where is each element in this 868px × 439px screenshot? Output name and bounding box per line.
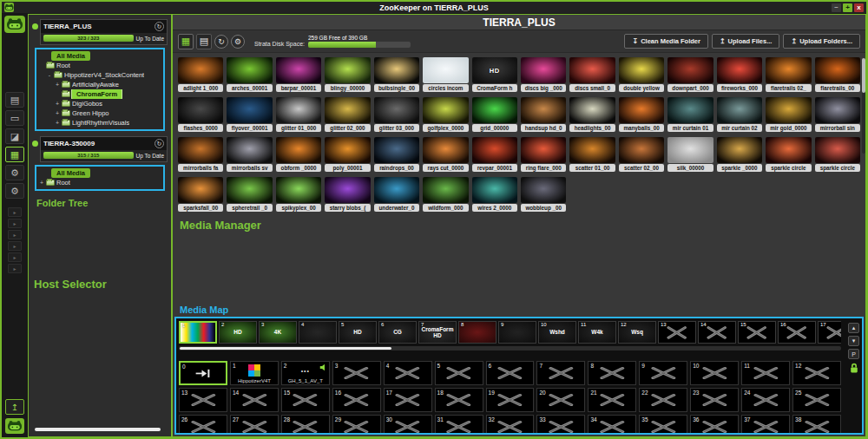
media-item[interactable]: discs small_0 <box>569 57 615 92</box>
media-item[interactable]: discs big _000 <box>521 57 566 92</box>
media-item[interactable]: flaretrails 02_ <box>766 57 811 92</box>
media-map-cell[interactable]: 16 <box>332 388 381 412</box>
media-scrollbar[interactable] <box>862 58 865 154</box>
media-map-bank-slot[interactable]: 12 Wsq <box>618 321 656 344</box>
media-item[interactable]: obform _0000 <box>276 137 321 172</box>
media-map-cell[interactable]: 0 <box>179 361 227 385</box>
refresh-icon[interactable]: ↻ <box>155 139 164 148</box>
media-item[interactable]: ring flare_000 <box>521 137 566 172</box>
tree-item[interactable]: + DigiGobos <box>37 99 162 108</box>
media-map-cell[interactable]: 18 <box>435 388 483 412</box>
host-card[interactable]: TIERRA_PLUS ↻ 323 / 323 Up To Date <box>40 19 168 45</box>
media-item[interactable]: mirrorball sin <box>815 97 860 132</box>
media-map-cell[interactable]: 7 <box>536 361 585 385</box>
media-item[interactable]: fireworks_000 <box>717 57 762 92</box>
tree-item[interactable]: + ArtificiallyAwake <box>37 80 162 89</box>
media-map-cell[interactable]: 24 <box>741 388 790 412</box>
media-map-cell[interactable]: 1 HippotizerV4T <box>230 361 279 385</box>
tree-item[interactable]: + LightRhythmVisuals <box>37 118 162 128</box>
media-item[interactable]: circles incom <box>423 57 468 92</box>
media-map-cell[interactable]: 21 <box>588 388 636 412</box>
media-item[interactable]: raindrops_00 <box>374 137 419 172</box>
media-map-bank-slot[interactable]: 7 CromaForm HD <box>418 321 457 344</box>
media-map-cell[interactable]: 9 <box>639 361 687 385</box>
pin-slot-3[interactable]: ▸ <box>8 230 22 239</box>
media-item[interactable]: adlight 1_000 <box>178 57 223 92</box>
media-map-cell[interactable]: 12 <box>792 361 841 385</box>
media-map-cell[interactable]: 6 <box>486 361 535 385</box>
media-map-cell[interactable]: 8 <box>588 361 636 385</box>
lock-icon[interactable] <box>849 362 859 373</box>
tree-item[interactable]: - HippotizerV4_StockContent <box>37 70 162 80</box>
tree-expander[interactable]: - <box>47 72 52 78</box>
media-item[interactable]: spheretrail _0 <box>227 177 272 212</box>
media-map-cell[interactable]: 28 <box>281 415 330 435</box>
upload-folders-button[interactable]: ↥Upload Folders... <box>783 34 860 49</box>
media-map-bank-slot[interactable]: 1 <box>179 321 217 344</box>
media-item[interactable]: flaretrails_00 <box>815 57 860 92</box>
refresh-media-button[interactable]: ↻ <box>214 35 228 49</box>
media-map-bank-slot[interactable]: 10 Wshd <box>538 321 576 344</box>
media-item[interactable]: scatter 01_00 <box>569 137 615 172</box>
tree-item[interactable]: + Green Hippo <box>37 108 162 118</box>
tree-item[interactable]: ChromaForm <box>37 89 162 99</box>
bank-scroll-up-button[interactable]: ▴ <box>848 323 859 333</box>
titlebar[interactable]: ZooKeeper on TIERRA_PLUS − + x <box>2 2 866 14</box>
tags-icon[interactable]: ◪ <box>5 128 24 144</box>
pin-slot-5[interactable]: ▸ <box>8 252 22 262</box>
pin-slot-4[interactable]: ▸ <box>8 241 22 251</box>
media-item[interactable]: starry blobs_( <box>325 177 370 212</box>
maximize-button[interactable]: + <box>843 3 852 12</box>
media-map-bank-slot[interactable]: 14 <box>698 321 736 344</box>
media-map-bank-slot[interactable]: 5 HD <box>339 321 377 344</box>
media-item[interactable]: revpar_00001 <box>472 137 517 172</box>
media-map-bank-slot[interactable]: 17 <box>818 321 841 344</box>
media-map-cell[interactable]: 4 <box>384 361 432 385</box>
clean-media-folder-button[interactable]: ↧Clean Media Folder <box>624 34 707 49</box>
output-config-icon[interactable]: ↥ <box>5 399 24 415</box>
close-button[interactable]: x <box>854 3 864 12</box>
media-item[interactable]: mir gold_0000 <box>766 97 811 132</box>
media-item[interactable]: mir curtain 01 <box>667 97 713 132</box>
media-map-cell[interactable]: 5 <box>435 361 483 385</box>
media-item[interactable]: grid_00000 <box>472 97 517 132</box>
tree-expander[interactable]: + <box>55 110 60 116</box>
media-item[interactable]: mirrorballs sv <box>227 137 272 172</box>
media-map-bank-slot[interactable]: 15 <box>738 321 776 344</box>
viewports-icon[interactable]: ▭ <box>5 110 24 126</box>
media-manager-icon[interactable]: ▦ <box>5 147 24 162</box>
media-item[interactable]: flyover_00001 <box>227 97 272 132</box>
refresh-icon[interactable]: ↻ <box>155 22 164 31</box>
media-map-cell[interactable]: 11 <box>741 361 790 385</box>
media-item[interactable]: glitter 01_000 <box>276 97 321 132</box>
media-map-bank-slot[interactable]: 13 <box>658 321 696 344</box>
media-item[interactable]: scatter 02_00 <box>619 137 664 172</box>
media-map-cell[interactable]: 37 <box>741 415 790 435</box>
media-item[interactable]: wires 2_0000 <box>472 177 517 212</box>
bank-scrollbar[interactable] <box>179 346 841 351</box>
tree-expander[interactable]: + <box>39 180 44 186</box>
media-map-bank-slot[interactable]: 6 CG <box>378 321 417 344</box>
media-map-bank-slot[interactable]: 8 <box>458 321 496 344</box>
media-map-cell[interactable]: 23 <box>690 388 739 412</box>
pin-slot-1[interactable]: ▸ <box>8 207 22 217</box>
media-map-cell[interactable]: 17 <box>384 388 432 412</box>
hippo-logo-icon[interactable] <box>4 16 25 33</box>
strata-icon[interactable]: ▤ <box>5 92 24 108</box>
media-item[interactable]: double yellow <box>619 57 664 92</box>
media-item[interactable]: sparkle circle <box>815 137 860 172</box>
host-card[interactable]: TIERRA-350009 ↻ 315 / 315 Up To Date <box>40 136 168 162</box>
component-settings-icon[interactable]: ⚙ <box>5 183 24 199</box>
media-item[interactable]: sparkle circle <box>766 137 811 172</box>
media-map-bank-slot[interactable]: 16 <box>778 321 816 344</box>
media-item[interactable]: manyballs_00 <box>619 97 664 132</box>
minimize-button[interactable]: − <box>832 3 841 12</box>
media-item[interactable]: handsup hd_0 <box>521 97 566 132</box>
engine-settings-icon[interactable]: ⚙ <box>5 165 24 180</box>
media-item[interactable]: underwater_0 <box>374 177 419 212</box>
media-map-cell[interactable]: 35 <box>639 415 687 435</box>
tree-item[interactable]: Root <box>37 61 162 70</box>
upload-files-button[interactable]: ↥Upload Files... <box>712 34 780 49</box>
media-map-cell[interactable]: 38 <box>792 415 841 435</box>
media-item[interactable]: wildform_000 <box>423 177 468 212</box>
